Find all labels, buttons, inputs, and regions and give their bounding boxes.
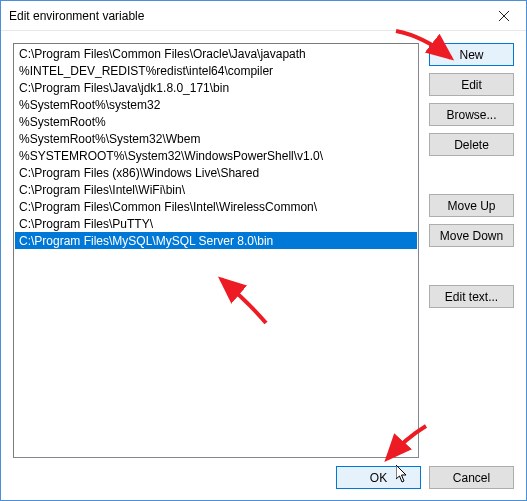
dialog-window: Edit environment variable C:\Program Fil… xyxy=(0,0,527,501)
titlebar: Edit environment variable xyxy=(1,1,526,31)
new-button[interactable]: New xyxy=(429,43,514,66)
path-item[interactable]: C:\Program Files (x86)\Windows Live\Shar… xyxy=(15,164,417,181)
path-listbox[interactable]: C:\Program Files\Common Files\Oracle\Jav… xyxy=(13,43,419,458)
path-item[interactable]: C:\Program Files\MySQL\MySQL Server 8.0\… xyxy=(15,232,417,249)
edit-text-button[interactable]: Edit text... xyxy=(429,285,514,308)
ok-button[interactable]: OK xyxy=(336,466,421,489)
button-column: New Edit Browse... Delete Move Up Move D… xyxy=(429,43,514,458)
delete-button[interactable]: Delete xyxy=(429,133,514,156)
window-title: Edit environment variable xyxy=(9,9,481,23)
path-item[interactable]: %SYSTEMROOT%\System32\WindowsPowerShell\… xyxy=(15,147,417,164)
path-item[interactable]: C:\Program Files\Common Files\Intel\Wire… xyxy=(15,198,417,215)
path-item[interactable]: C:\Program Files\Intel\WiFi\bin\ xyxy=(15,181,417,198)
path-item[interactable]: %SystemRoot%\System32\Wbem xyxy=(15,130,417,147)
close-icon xyxy=(499,11,509,21)
edit-button[interactable]: Edit xyxy=(429,73,514,96)
path-item[interactable]: C:\Program Files\PuTTY\ xyxy=(15,215,417,232)
path-item[interactable]: %SystemRoot%\system32 xyxy=(15,96,417,113)
content-area: C:\Program Files\Common Files\Oracle\Jav… xyxy=(1,31,526,466)
path-item[interactable]: %SystemRoot% xyxy=(15,113,417,130)
close-button[interactable] xyxy=(481,1,526,30)
browse-button[interactable]: Browse... xyxy=(429,103,514,126)
move-down-button[interactable]: Move Down xyxy=(429,224,514,247)
cancel-button[interactable]: Cancel xyxy=(429,466,514,489)
path-item[interactable]: %INTEL_DEV_REDIST%redist\intel64\compile… xyxy=(15,62,417,79)
move-up-button[interactable]: Move Up xyxy=(429,194,514,217)
footer: OK Cancel xyxy=(1,466,526,501)
path-item[interactable]: C:\Program Files\Common Files\Oracle\Jav… xyxy=(15,45,417,62)
path-item[interactable]: C:\Program Files\Java\jdk1.8.0_171\bin xyxy=(15,79,417,96)
